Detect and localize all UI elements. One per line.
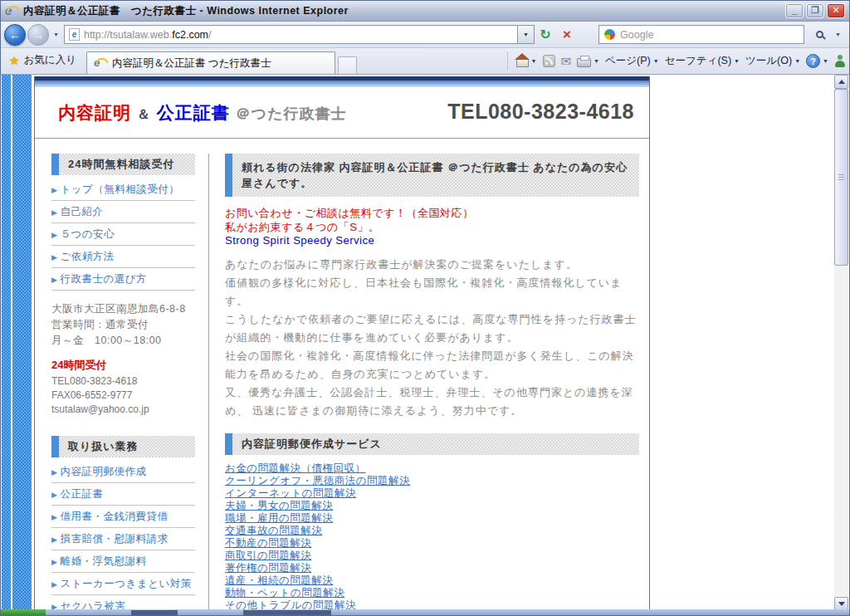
paragraph: 又、優秀な弁護士、公認会計士、税理士、弁理士、その他専門家との連携を深め、 迅速… bbox=[225, 384, 639, 420]
sidebar-link[interactable]: ▶行政書士の選び方 bbox=[51, 268, 195, 291]
stop-button[interactable]: × bbox=[556, 24, 578, 45]
service-link[interactable]: 職場・雇用の問題解決 bbox=[225, 512, 333, 524]
service-link[interactable]: 遺産・相続の問題解決 bbox=[225, 574, 333, 586]
address-bar[interactable]: e http://tsutalaw.web.fc2.com/ bbox=[64, 25, 518, 44]
page-menu[interactable]: ページ(P)▼ bbox=[605, 54, 659, 68]
service-link[interactable]: インターネットの問題解決 bbox=[225, 487, 356, 499]
sidebar-link[interactable]: ▶ストーカーつきまとい対策 bbox=[51, 573, 195, 595]
taskbar-sliver bbox=[1, 609, 850, 615]
start-button-fragment[interactable] bbox=[1, 609, 46, 615]
feeds-button[interactable] bbox=[543, 55, 555, 67]
sidebar-link[interactable]: ▶離婚・浮気慰謝料 bbox=[51, 550, 195, 573]
thumb-grip-icon bbox=[838, 174, 844, 181]
sidebar-link[interactable]: ▶５つの安心 bbox=[51, 223, 195, 246]
home-button[interactable]: ▼ bbox=[516, 55, 537, 67]
search-button[interactable] bbox=[808, 24, 831, 45]
refresh-icon: ↻ bbox=[540, 28, 550, 42]
triangle-bullet-icon: ▶ bbox=[51, 468, 57, 477]
triangle-bullet-icon: ▶ bbox=[51, 513, 57, 521]
sidebar-link[interactable]: ▶ご依頼方法 bbox=[51, 246, 195, 268]
intro-heading: 頼れる街の法律家 内容証明＆公正証書 ＠つた行政書士 あなたの為の安心屋さんです… bbox=[225, 154, 639, 197]
triangle-bullet-icon: ▶ bbox=[51, 208, 57, 217]
ie-icon: e bbox=[5, 4, 18, 17]
browser-window: e 内容証明＆公正証書 つた行政書士 - Windows Internet Ex… bbox=[0, 0, 850, 616]
triangle-bullet-icon: ▶ bbox=[51, 535, 57, 544]
address-dropdown-button[interactable]: ▼ bbox=[518, 25, 535, 44]
favorites-label: お気に入り bbox=[24, 53, 76, 67]
google-icon bbox=[604, 29, 615, 40]
site-title-blue: 公正証書 bbox=[157, 103, 230, 122]
tab-bar: ★ お気に入り e 内容証明＆公正証書 つた行政書士 ▼ ✉ ▼ ページ(P)▼… bbox=[1, 48, 849, 75]
service-link[interactable]: クーリングオフ・悪徳商法の問題解決 bbox=[225, 475, 410, 486]
triangle-bullet-icon: ▶ bbox=[51, 186, 57, 194]
sidebar-menu-1: ▶トップ（無料相談受付） ▶自己紹介 ▶５つの安心 ▶ご依頼方法 ▶行政書士の選… bbox=[51, 178, 195, 291]
tab-title: 内容証明＆公正証書 つた行政書士 bbox=[112, 56, 271, 71]
home-icon bbox=[516, 59, 529, 67]
paragraph: こうしたなかで依頼者のご要望に応えるには、高度な専門性を持った行政書士が組織的・… bbox=[225, 310, 639, 347]
service-link[interactable]: 著作権の問題解決 bbox=[225, 562, 311, 574]
service-link[interactable]: お金の問題解決（債権回収） bbox=[225, 462, 366, 474]
service-link[interactable]: 不動産の問題解決 bbox=[225, 537, 311, 549]
search-input[interactable]: Google bbox=[598, 25, 804, 44]
triangle-bullet-icon: ▶ bbox=[51, 253, 57, 262]
feed-icon bbox=[543, 55, 555, 67]
safety-menu[interactable]: セーフティ(S)▼ bbox=[665, 54, 740, 68]
messenger-icon bbox=[834, 55, 846, 67]
sidebar-link[interactable]: ▶損害賠償・慰謝料請求 bbox=[51, 528, 195, 550]
arrow-down-icon bbox=[838, 602, 845, 606]
restore-button[interactable]: ❐ bbox=[806, 3, 824, 18]
page-viewport: 内容証明 ＆ 公正証書 ＠つた行政書士 TEL080-3823-4618 24時… bbox=[2, 75, 848, 611]
triangle-bullet-icon: ▶ bbox=[51, 580, 57, 589]
sidebar-link[interactable]: ▶内容証明郵便作成 bbox=[51, 461, 195, 483]
office-address: 大阪市大正区南恩加島6-8-8営業時間：通常受付月～金 10:00～18:00 bbox=[51, 301, 195, 349]
contact-line: TEL080-3823-4618 bbox=[51, 374, 195, 389]
sidebar-link[interactable]: ▶借用書・金銭消費貸借 bbox=[51, 506, 195, 528]
close-button[interactable]: ✕ bbox=[827, 3, 845, 18]
sidebar-link[interactable]: ▶トップ（無料相談受付） bbox=[51, 178, 195, 201]
history-dropdown-icon[interactable]: ▼ bbox=[53, 32, 59, 37]
service-link[interactable]: 交通事故の問題解決 bbox=[225, 525, 322, 536]
contact-line: FAX06-6552-9777 bbox=[51, 389, 195, 403]
address-line: 営業時間：通常受付 bbox=[51, 317, 195, 333]
back-button[interactable]: ← bbox=[4, 24, 26, 46]
tools-menu[interactable]: ツール(O)▼ bbox=[745, 54, 800, 68]
magnifier-icon bbox=[816, 31, 823, 38]
site-title-gray: ＠つた行政書士 bbox=[236, 105, 347, 122]
active-tab[interactable]: e 内容証明＆公正証書 つた行政書士 bbox=[86, 51, 335, 74]
triangle-bullet-icon: ▶ bbox=[51, 276, 57, 284]
promo-lines: お問い合わせ・ご相談は無料です！（全国対応） 私がお約束する４つの「S」。 St… bbox=[225, 207, 639, 248]
vertical-scrollbar[interactable] bbox=[834, 75, 848, 611]
site-top-bar-blue bbox=[35, 81, 649, 87]
minimize-button[interactable]: _ bbox=[785, 3, 804, 18]
sidebar-link[interactable]: ▶公正証書 bbox=[51, 483, 195, 506]
service-link[interactable]: 夫婦・男女の問題解決 bbox=[225, 500, 333, 511]
sidebar-heading-services: 取り扱い業務 bbox=[51, 436, 195, 457]
print-button[interactable]: ▼ bbox=[577, 54, 599, 67]
forward-button[interactable]: → bbox=[27, 24, 49, 46]
read-mail-button[interactable]: ✉ bbox=[561, 55, 572, 67]
page-background-stripe bbox=[12, 75, 32, 611]
star-icon: ★ bbox=[9, 55, 20, 66]
stop-icon: × bbox=[563, 28, 571, 42]
help-button[interactable]: ?▼ bbox=[806, 54, 828, 68]
scrollbar-thumb[interactable] bbox=[834, 89, 848, 266]
messenger-button[interactable] bbox=[834, 55, 846, 67]
refresh-button[interactable]: ↻ bbox=[535, 24, 556, 45]
page-favicon-icon: e bbox=[69, 28, 80, 41]
taskbar-task-fragment[interactable] bbox=[131, 610, 178, 615]
paragraph: あなたのお悩みに専門家行政書士が解決案のご提案をいたします。 bbox=[225, 256, 639, 274]
printer-icon bbox=[577, 58, 591, 67]
favorites-button[interactable]: ★ お気に入り bbox=[4, 53, 86, 74]
service-link-list: お金の問題解決（債権回収）クーリングオフ・悪徳商法の問題解決インターネットの問題… bbox=[225, 462, 639, 612]
new-tab-button[interactable] bbox=[338, 56, 357, 74]
service-link[interactable]: 動物・ペットの問題解決 bbox=[225, 587, 344, 599]
title-bar: e 内容証明＆公正証書 つた行政書士 - Windows Internet Ex… bbox=[1, 1, 849, 22]
service-link[interactable]: 商取引の問題解決 bbox=[225, 550, 311, 561]
triangle-bullet-icon: ▶ bbox=[51, 558, 57, 566]
taskbar-task-fragment[interactable] bbox=[243, 610, 331, 615]
url-text[interactable]: http://tsutalaw.web.fc2.com/ bbox=[84, 29, 212, 41]
promo-line-promise: 私がお約束する４つの「S」。 bbox=[225, 221, 639, 235]
search-options-icon[interactable]: ▼ bbox=[835, 32, 841, 37]
sidebar-link[interactable]: ▶自己紹介 bbox=[51, 201, 195, 223]
scroll-up-button[interactable] bbox=[834, 75, 848, 89]
